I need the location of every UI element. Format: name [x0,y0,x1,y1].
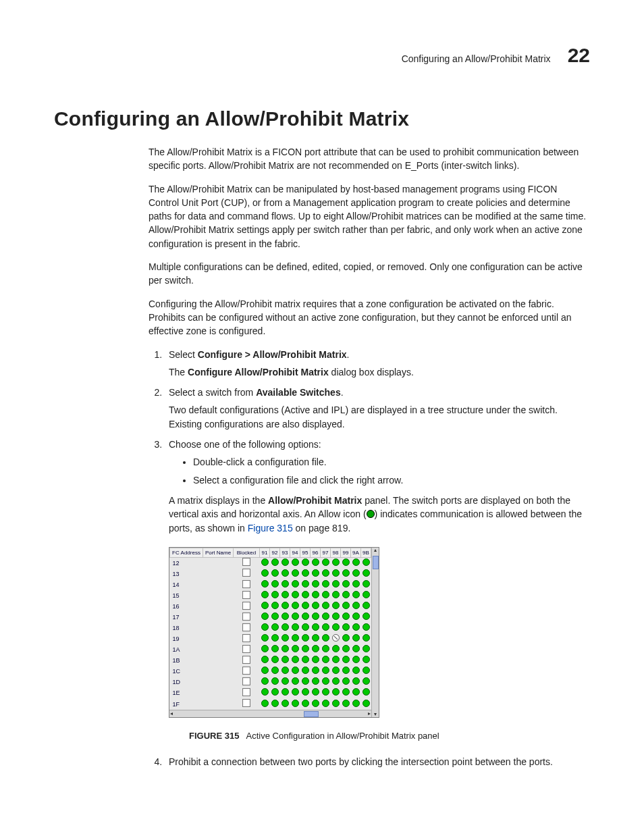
matrix-cell[interactable] [341,580,351,591]
matrix-header[interactable]: 95 [300,548,311,558]
matrix-cell[interactable] [290,699,300,710]
matrix-cell[interactable] [351,580,361,591]
matrix-cell[interactable] [270,569,280,579]
matrix-cell[interactable] [361,634,371,645]
matrix-cell[interactable] [311,634,321,645]
figure-link[interactable]: Figure 315 [248,523,293,533]
matrix-cell[interactable] [260,699,270,710]
matrix-header[interactable]: 97 [321,548,331,558]
matrix-cell[interactable] [351,569,361,579]
matrix-cell[interactable] [270,656,280,667]
matrix-cell[interactable] [300,645,311,656]
matrix-cell[interactable] [300,656,311,667]
matrix-cell[interactable] [300,613,311,623]
matrix-cell[interactable] [290,656,300,667]
matrix-cell[interactable] [260,667,270,677]
matrix-cell[interactable] [260,623,270,634]
matrix-header[interactable]: 92 [270,548,280,558]
matrix-cell[interactable] [290,602,300,613]
matrix-cell[interactable] [351,591,361,602]
matrix-cell[interactable] [331,645,341,656]
matrix-cell[interactable] [290,667,300,677]
blocked-checkbox[interactable] [242,569,250,577]
matrix-cell[interactable] [280,667,290,677]
matrix-cell[interactable] [280,580,290,591]
matrix-cell[interactable] [361,602,371,613]
matrix-cell[interactable] [351,699,361,710]
matrix-cell[interactable] [311,688,321,699]
matrix-cell[interactable] [351,634,361,645]
matrix-cell[interactable] [280,602,290,613]
matrix-cell[interactable] [280,688,290,699]
matrix-cell[interactable] [321,656,331,667]
matrix-cell[interactable] [321,667,331,677]
matrix-cell[interactable] [290,688,300,699]
matrix-cell[interactable] [270,688,280,699]
matrix-cell[interactable] [290,591,300,602]
matrix-cell[interactable] [361,580,371,591]
matrix-cell[interactable] [270,558,280,569]
matrix-cell[interactable] [300,602,311,613]
blocked-checkbox[interactable] [242,656,250,664]
matrix-cell[interactable] [321,602,331,613]
matrix-cell[interactable] [280,558,290,569]
matrix-cell[interactable] [331,602,341,613]
matrix-cell[interactable] [351,688,361,699]
matrix-cell[interactable] [300,634,311,645]
blocked-checkbox[interactable] [242,613,250,621]
matrix-cell[interactable] [341,558,351,569]
matrix-cell[interactable] [300,580,311,591]
matrix-header[interactable]: 98 [331,548,341,558]
matrix-cell[interactable] [331,677,341,688]
matrix-cell[interactable] [321,569,331,579]
matrix-cell[interactable] [300,677,311,688]
blocked-checkbox[interactable] [242,558,250,566]
matrix-header[interactable]: FC Address [170,548,203,558]
matrix-cell[interactable] [300,699,311,710]
matrix-header[interactable]: 96 [311,548,321,558]
blocked-checkbox[interactable] [242,623,250,631]
matrix-cell[interactable] [331,699,341,710]
matrix-cell[interactable] [260,688,270,699]
matrix-cell[interactable] [341,677,351,688]
matrix-cell[interactable] [351,613,361,623]
matrix-cell[interactable] [311,699,321,710]
matrix-cell[interactable] [260,645,270,656]
matrix-cell[interactable] [321,613,331,623]
matrix-cell[interactable] [361,569,371,579]
matrix-cell[interactable] [300,667,311,677]
matrix-cell[interactable] [341,569,351,579]
matrix-cell[interactable] [321,634,331,645]
matrix-cell[interactable] [260,613,270,623]
matrix-header[interactable]: 93 [280,548,290,558]
blocked-checkbox[interactable] [242,580,250,588]
matrix-cell[interactable] [280,591,290,602]
matrix-cell[interactable] [321,677,331,688]
matrix-cell[interactable] [311,656,321,667]
matrix-cell[interactable] [260,602,270,613]
matrix-cell[interactable] [300,558,311,569]
matrix-cell[interactable] [280,569,290,579]
blocked-checkbox[interactable] [242,699,250,707]
blocked-checkbox[interactable] [242,645,250,653]
horizontal-scrollbar[interactable]: ◂▸ [169,710,371,717]
matrix-header[interactable]: 94 [290,548,300,558]
matrix-cell[interactable] [361,558,371,569]
matrix-header[interactable]: Port Name [203,548,234,558]
matrix-cell[interactable] [290,645,300,656]
matrix-cell[interactable] [280,634,290,645]
matrix-cell[interactable] [351,677,361,688]
matrix-cell[interactable] [270,580,280,591]
matrix-cell[interactable] [300,688,311,699]
matrix-cell[interactable] [280,656,290,667]
matrix-cell[interactable] [321,580,331,591]
matrix-cell[interactable] [331,613,341,623]
matrix-cell[interactable] [280,613,290,623]
matrix-cell[interactable] [361,677,371,688]
matrix-cell[interactable] [361,667,371,677]
matrix-cell[interactable] [290,558,300,569]
matrix-cell[interactable] [311,667,321,677]
blocked-checkbox[interactable] [242,688,250,696]
matrix-cell[interactable] [361,613,371,623]
matrix-cell[interactable] [321,688,331,699]
